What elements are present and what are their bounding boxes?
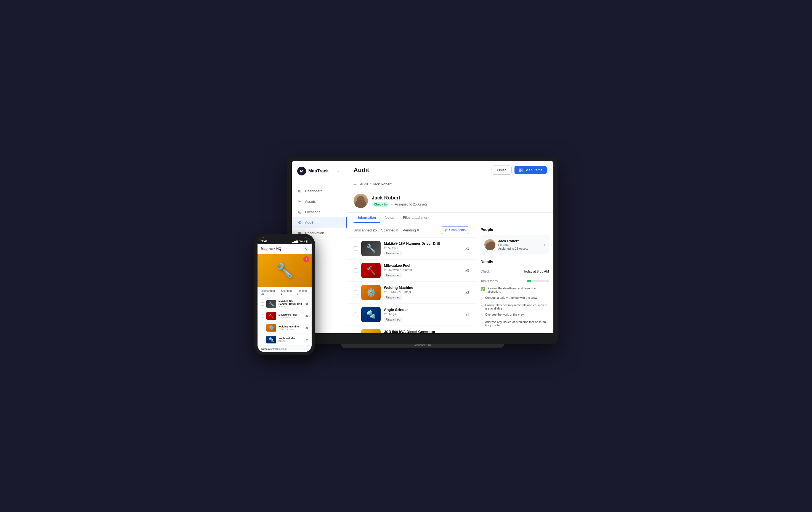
task-item-3: ○ Ensure all necessary materials and equ… xyxy=(481,302,549,311)
battery-icon: ▮ xyxy=(306,240,308,243)
qr-icon-1 xyxy=(384,246,387,249)
people-card-avatar xyxy=(484,239,495,250)
table-row[interactable]: 🏭 JCB 500 kVA Diesel Generator G25i35 & … xyxy=(347,326,476,333)
checkin-badge: Check in xyxy=(372,202,389,207)
phone-scan-stats: Unscanned 25 Scanned 0 Pending 0 xyxy=(258,287,312,298)
sidebar-item-assets[interactable]: ✂ Assets xyxy=(292,196,347,207)
phone-scanned-stat: Scanned 0 xyxy=(281,290,293,296)
main-header: Audit Finish Scan Items xyxy=(347,161,553,179)
person-assigned-text: Assigned to 25 Assets xyxy=(395,203,427,206)
checkin-detail-row: Check in Today at 8:55 AM xyxy=(481,267,549,276)
phone-notch: 9:41 ▂▄▆ WiFi ▮ xyxy=(258,237,312,244)
tab-files[interactable]: Files attachment xyxy=(399,213,434,223)
phone-asset-info-3: Welding Machine F25h76 & 2 other xyxy=(279,325,303,330)
people-card[interactable]: Jack Robert Foreman Assigned to 25 Asset… xyxy=(481,235,549,254)
svg-rect-10 xyxy=(385,269,386,270)
task-pending-icon: ○ xyxy=(481,313,483,318)
asset-info-2: Milwaukee Fuel D34w38 & 4 other Unscanne… xyxy=(384,264,462,277)
page-title: Audit xyxy=(353,167,369,174)
svg-rect-17 xyxy=(384,314,385,315)
assets-icon: ✂ xyxy=(297,199,302,204)
table-row[interactable]: 🔩 Angle Grinder D25j32 Unscanned x1 xyxy=(347,304,476,326)
tasks-progress-bar xyxy=(527,280,549,282)
logo-text: MapTrack xyxy=(308,169,329,174)
scan-items-button[interactable]: Scan Items xyxy=(515,166,547,174)
asset-code-3: F25h76 & 2 other xyxy=(384,290,462,294)
asset-checkbox-1[interactable] xyxy=(353,246,358,251)
list-item[interactable]: 🔧 Makita® 18V Hammer Driver Drill A2541g… xyxy=(258,298,312,310)
phone-asset-list: 🔧 Makita® 18V Hammer Driver Drill A2541g… xyxy=(258,298,312,345)
sidebar-item-dashboard[interactable]: ⊞ Dashboard xyxy=(292,186,347,196)
unscanned-stat: Unscanned 25 xyxy=(353,228,377,232)
phone-asset-info-1: Makita® 18V Hammer Driver Drill A2541g xyxy=(279,300,303,308)
table-row[interactable]: ⚙️ Welding Machine F25h76 & 2 other Unsc… xyxy=(347,282,476,304)
people-section-title: People xyxy=(481,227,549,232)
back-button[interactable]: ← xyxy=(353,182,357,186)
phone-status-icons: ▂▄▆ WiFi ▮ xyxy=(292,240,308,243)
svg-rect-11 xyxy=(384,270,385,271)
task-item-2: ○ Conduct a safety briefing with the cre… xyxy=(481,295,549,302)
laptop-screen: M MapTrack ← ⊞ Dashboard ✂ Assets ◎ Loca… xyxy=(292,161,553,333)
phone-checkbox-2[interactable] xyxy=(261,314,264,318)
chevron-right-icon: › xyxy=(544,242,545,247)
phone-checkbox-4[interactable] xyxy=(261,338,264,341)
header-actions: Finish Scan Items xyxy=(492,165,547,175)
phone-asset-img-4: 🔩 xyxy=(266,336,276,343)
svg-rect-14 xyxy=(384,292,385,293)
list-item[interactable]: 🔨 Milwaukee Fuel D34w38 & 4 other x5 xyxy=(258,310,312,322)
scanned-stat: Scanned 0 xyxy=(381,228,398,232)
svg-rect-9 xyxy=(384,269,385,270)
breadcrumb-parent[interactable]: Audit xyxy=(360,182,368,186)
svg-rect-4 xyxy=(446,229,447,230)
table-row[interactable]: 🔧 Makita® 18V Hammer Driver Drill A2541g… xyxy=(347,238,476,260)
scan-icon xyxy=(519,168,523,172)
phone-checkbox-3[interactable] xyxy=(261,326,264,329)
asset-info-5: JCB 500 kVA Diesel Generator G25i35 & 1 … xyxy=(384,330,462,333)
breadcrumb-separator: / xyxy=(370,182,371,186)
tasks-header: Tasks today xyxy=(481,279,549,283)
phone-header-title: Maptrack HQ xyxy=(261,247,281,251)
asset-code-1: A2541g xyxy=(384,246,462,249)
phone-asset-info-2: Milwaukee Fuel D34w38 & 4 other xyxy=(279,313,303,319)
phone-close-button[interactable]: ✕ xyxy=(303,246,308,251)
details-section-title: Details xyxy=(481,260,549,264)
sidebar-item-locations[interactable]: ◎ Locations xyxy=(292,207,347,217)
scan-small-icon xyxy=(444,229,448,232)
phone-asset-info-4: Angle Grinder D25j32 xyxy=(279,337,303,342)
pending-stat: Pending 0 xyxy=(403,228,419,232)
qr-icon-2 xyxy=(384,268,387,271)
asset-image-4: 🔩 xyxy=(361,307,381,322)
finish-button[interactable]: Finish xyxy=(492,165,512,175)
asset-info-1: Makita® 18V Hammer Driver Drill A2541g U… xyxy=(384,241,462,255)
tab-information[interactable]: Information xyxy=(353,213,380,223)
list-item[interactable]: ⚙️ Welding Machine F25h76 & 2 other x3 xyxy=(258,322,312,334)
qr-icon-3 xyxy=(384,291,387,293)
task-item-5: ○ Address any issues or problems that ar… xyxy=(481,319,549,328)
sidebar-collapse-button[interactable]: ← xyxy=(337,169,341,173)
phone-checkbox-1[interactable] xyxy=(261,302,264,306)
audit-icon: ⊙ xyxy=(297,220,302,225)
task-done-icon: ✅ xyxy=(481,287,485,291)
breadcrumb: ← Audit / Jack Robert xyxy=(347,179,553,189)
scene: M MapTrack ← ⊞ Dashboard ✂ Assets ◎ Loca… xyxy=(254,157,558,355)
phone-header-bar: Maptrack HQ ✕ xyxy=(258,244,312,254)
sidebar-item-audit[interactable]: ⊙ Audit xyxy=(292,217,347,228)
scan-items-small-button[interactable]: Scan Items xyxy=(441,226,469,234)
phone-pending-stat: Pending 0 xyxy=(297,290,308,296)
table-row[interactable]: 🔨 Milwaukee Fuel D34w38 & 4 other Unscan… xyxy=(347,260,476,282)
task-pending-icon: ○ xyxy=(481,321,483,325)
asset-checkbox-4[interactable] xyxy=(353,312,358,317)
phone-time: 9:41 xyxy=(261,239,267,243)
svg-rect-12 xyxy=(384,291,385,292)
phone-asset-img-2: 🔨 xyxy=(266,312,276,320)
asset-checkbox-2[interactable] xyxy=(353,268,358,273)
tab-notes[interactable]: Notes xyxy=(380,213,399,223)
svg-rect-2 xyxy=(519,171,521,172)
svg-rect-15 xyxy=(384,313,385,314)
avatar xyxy=(353,194,368,208)
tasks-progress-fill xyxy=(527,280,531,282)
asset-checkbox-3[interactable] xyxy=(353,291,358,295)
svg-rect-8 xyxy=(384,248,385,249)
list-item[interactable]: 🔩 Angle Grinder D25j32 x1 xyxy=(258,334,312,345)
asset-image-5: 🏭 xyxy=(361,329,381,333)
